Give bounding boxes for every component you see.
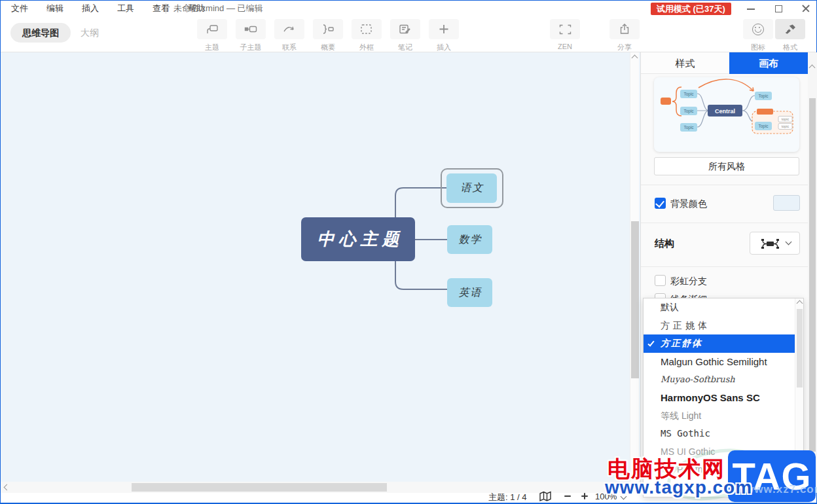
svg-text:Topic: Topic <box>683 92 694 97</box>
font-option-malgun-gothic[interactable]: Malgun Gothic Semilight <box>644 353 803 371</box>
menu-insert[interactable]: 插入 <box>82 3 99 14</box>
scroll-up-icon[interactable] <box>632 55 638 62</box>
smiley-icon <box>752 24 764 35</box>
all-styles-button[interactable]: 所有风格 <box>654 157 799 175</box>
topic-icon <box>206 24 219 35</box>
scroll-down-icon[interactable] <box>632 473 638 479</box>
dropdown-scroll-thumb[interactable] <box>797 309 803 387</box>
format-button[interactable]: 格式 <box>775 19 805 52</box>
svg-text:Central: Central <box>715 108 735 115</box>
document-title: 未命名.xmind — 已编辑 <box>173 1 263 16</box>
svg-text:topic: topic <box>782 117 790 121</box>
relationship-button[interactable]: 联系 <box>274 19 304 52</box>
subtopic-icon <box>244 24 257 35</box>
structure-label: 结构 <box>655 238 674 250</box>
zoom-level[interactable]: 100% <box>595 492 617 501</box>
branch-node-yingyu[interactable]: 英语 <box>447 278 492 307</box>
close-icon[interactable] <box>802 5 810 12</box>
subtopic-button[interactable]: 子主题 <box>236 19 266 52</box>
font-option-fangzheng-yaoti[interactable]: 方正姚体 <box>644 317 803 335</box>
scroll-up-icon[interactable] <box>809 65 816 71</box>
font-option-harmonyos-sans[interactable]: HarmonyOS Sans SC <box>644 389 803 407</box>
menu-edit[interactable]: 编辑 <box>46 3 64 14</box>
font-option-fangzheng-shuti-selected[interactable]: 方正舒体 <box>644 334 803 353</box>
relationship-icon <box>283 24 296 35</box>
summary-icon <box>321 24 335 35</box>
tab-mindmap[interactable]: 思维导图 <box>10 23 71 43</box>
paintbrush-icon <box>784 24 796 35</box>
central-topic-node[interactable]: 中心主题 <box>301 217 415 261</box>
title-separator <box>166 3 166 14</box>
zoom-chevron-icon[interactable] <box>621 494 627 500</box>
minimize-icon[interactable] <box>747 5 755 12</box>
scroll-right-icon[interactable] <box>620 484 626 491</box>
summary-button[interactable]: 概要 <box>313 19 343 52</box>
window-controls <box>747 1 810 16</box>
mindmap-canvas[interactable]: 中心主题 语文 数学 英语 <box>1 52 640 482</box>
font-option-ms-gothic[interactable]: MS Gothic <box>644 425 803 443</box>
scroll-left-icon[interactable] <box>4 484 10 491</box>
menu-view[interactable]: 查看 <box>153 3 170 14</box>
tab-outline[interactable]: 大纲 <box>81 23 99 43</box>
rainbow-branch-checkbox[interactable] <box>655 275 666 286</box>
icon-markers-button[interactable]: 图标 <box>743 19 773 52</box>
panel-scroll-thumb[interactable] <box>809 98 816 452</box>
share-button[interactable]: 分享 <box>609 19 640 52</box>
canvas-horizontal-scrollbar[interactable] <box>1 482 629 493</box>
map-overview-icon[interactable] <box>539 491 553 504</box>
rainbow-branch-label: 彩虹分支 <box>670 276 707 287</box>
panel-scrollbar[interactable] <box>808 52 817 493</box>
topic-button[interactable]: 主题 <box>197 19 227 52</box>
svg-text:Topic: Topic <box>683 125 694 130</box>
titlebar: 文件 编辑 插入 工具 查看 帮助 未命名.xmind — 已编辑 试用模式 (… <box>1 1 816 16</box>
toolbar: 思维导图 大纲 主题 子主题 联系 概要 <box>1 16 816 52</box>
tab-style[interactable]: 样式 <box>641 52 729 74</box>
zoom-in-button[interactable] <box>579 491 590 501</box>
divider <box>641 185 808 185</box>
font-option-ms-ui-gothic[interactable]: MS UI Gothic <box>644 443 803 461</box>
maximize-icon[interactable] <box>774 5 782 12</box>
dropdown-scrollbar[interactable] <box>795 298 803 497</box>
note-icon <box>399 24 412 35</box>
svg-text:Topic: Topic <box>683 109 694 114</box>
menu-file[interactable]: 文件 <box>11 3 28 14</box>
tool-group: 主题 子主题 联系 概要 外框 <box>197 19 459 52</box>
trial-mode-badge[interactable]: 试用模式 (已37天) <box>651 3 731 15</box>
topic-count: 主题: 1 / 4 <box>488 492 527 503</box>
menu-tools[interactable]: 工具 <box>117 3 134 14</box>
scroll-up-icon[interactable] <box>797 300 803 307</box>
canvas-vertical-scrollbar[interactable] <box>630 52 639 482</box>
font-option-dengxian-light[interactable]: 等线 Light <box>644 407 803 425</box>
insert-button[interactable]: 插入 <box>429 19 459 52</box>
branch-connectors <box>1 52 640 482</box>
horizontal-scroll-thumb[interactable] <box>132 483 387 492</box>
svg-text:Topic: Topic <box>758 94 769 99</box>
zoom-out-button[interactable] <box>562 491 573 501</box>
structure-icon <box>759 236 781 251</box>
font-dropdown-list: 默认 方正姚体 方正舒体 Malgun Gothic Semilight Muy… <box>643 298 804 497</box>
background-color-checkbox[interactable] <box>655 198 666 209</box>
share-icon <box>619 24 630 35</box>
font-option-ms-pgothic[interactable]: MS PGothic <box>644 461 803 479</box>
plus-icon <box>438 24 450 35</box>
divider <box>641 266 808 267</box>
branch-node-shuxue[interactable]: 数学 <box>447 225 492 254</box>
style-preview-card[interactable]: Topic Topic Topic Topic Topic topic topi… <box>654 77 799 152</box>
scroll-down-icon[interactable] <box>809 482 816 489</box>
background-color-swatch[interactable] <box>773 195 800 211</box>
branch-node-yuwen[interactable]: 语文 <box>446 173 497 203</box>
zen-button[interactable]: ZEN <box>550 19 580 50</box>
vertical-scroll-thumb[interactable] <box>631 221 639 378</box>
divider <box>641 223 808 223</box>
svg-text:Topic: Topic <box>758 124 769 129</box>
zen-icon <box>559 24 572 35</box>
svg-text:topic: topic <box>782 124 790 128</box>
structure-dropdown[interactable] <box>750 232 800 255</box>
boundary-button[interactable]: 外框 <box>352 19 382 52</box>
boundary-icon <box>360 24 373 35</box>
font-option-muyao-softbrush[interactable]: Muyao-Softbrush <box>644 370 803 389</box>
background-color-label: 背景颜色 <box>670 198 707 210</box>
font-option-default[interactable]: 默认 <box>644 298 803 317</box>
tab-canvas[interactable]: 画布 <box>729 52 808 74</box>
note-button[interactable]: 笔记 <box>390 19 420 52</box>
